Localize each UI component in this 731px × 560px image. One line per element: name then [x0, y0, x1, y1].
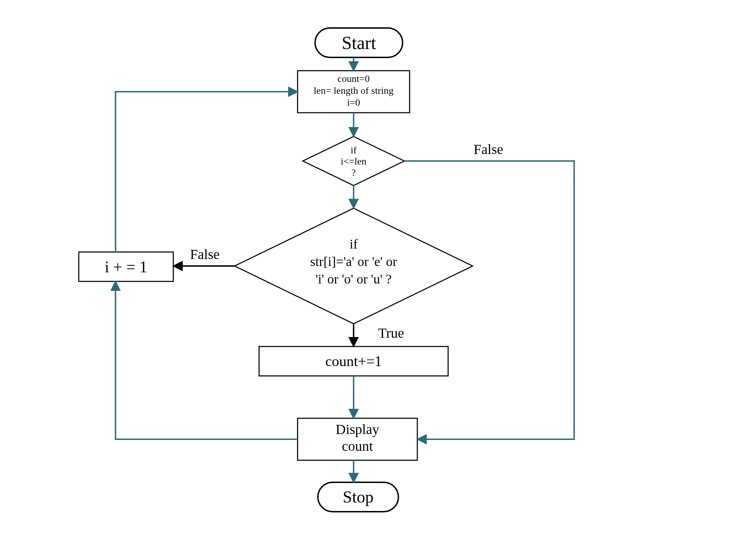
- label-condlen-false: False: [474, 141, 503, 157]
- cond-vowel-line3: 'i' or 'o' or 'u' ?: [315, 272, 391, 286]
- inc-count-label: count+=1: [325, 353, 382, 369]
- label-condvowel-true: True: [378, 325, 404, 341]
- cond-len-line3: ?: [351, 167, 356, 178]
- node-init: count=0 len= length of string i=0: [298, 71, 410, 113]
- init-line3: i=0: [347, 97, 360, 108]
- node-cond-vowel: if str[i]='a' or 'e' or 'i' or 'o' or 'u…: [235, 208, 473, 324]
- node-inc-i: i + = 1: [79, 252, 173, 281]
- inc-i-label: i + = 1: [105, 258, 147, 276]
- init-line1: count=0: [337, 73, 370, 84]
- node-stop: Stop: [318, 482, 398, 512]
- node-cond-len: if i<=len ?: [303, 136, 404, 186]
- cond-len-line2: i<=len: [341, 156, 367, 167]
- node-start: Start: [315, 28, 403, 57]
- label-condvowel-false: False: [190, 246, 220, 262]
- edge-condlen-false: [404, 161, 574, 439]
- edge-inci-init: [116, 92, 298, 252]
- start-label: Start: [342, 33, 376, 53]
- display-line1: Display: [336, 421, 379, 437]
- init-line2: len= length of string: [314, 85, 394, 96]
- node-inc-count: count+=1: [259, 346, 448, 376]
- stop-label: Stop: [343, 488, 374, 506]
- cond-vowel-line1: if: [349, 237, 358, 251]
- node-display: Display count: [298, 418, 417, 460]
- cond-vowel-line2: str[i]='a' or 'e' or: [310, 254, 397, 269]
- cond-len-line1: if: [350, 145, 357, 155]
- display-line2: count: [342, 438, 373, 454]
